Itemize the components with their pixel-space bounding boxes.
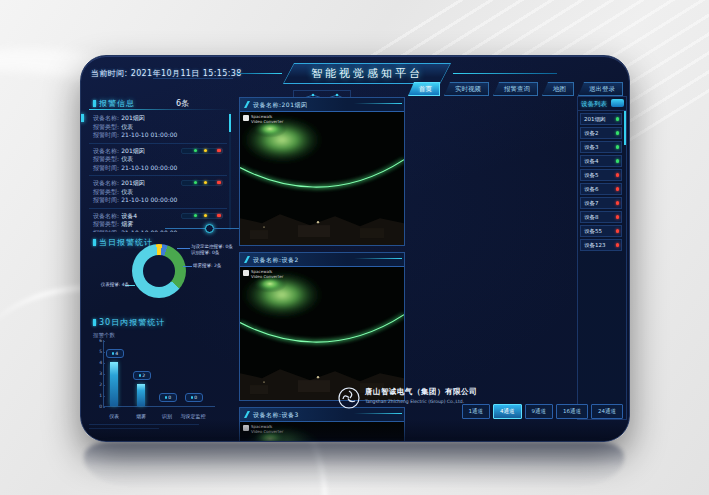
video-watermark: Spacewalk Video Converter	[243, 270, 283, 279]
device-name-label: 设备名称:	[93, 179, 119, 186]
device-name: 设备55	[584, 228, 602, 234]
alarm-time-value: 21-10-10 01:00:00	[121, 131, 177, 138]
video-grid: 设备名称:201烟囱 Spacewalk Video Conve	[239, 97, 571, 397]
donut-label-meter: 仪表报警: 4条	[85, 282, 129, 288]
device-name: 设备4	[584, 158, 599, 164]
device-list-item[interactable]: 设备7	[580, 197, 622, 209]
nav-tab[interactable]: 首页	[408, 82, 440, 96]
status-dot	[616, 131, 620, 135]
bar-value-pill: 0	[159, 393, 177, 402]
channel-layout-buttons: 1通道4通道9通道16通道24通道	[462, 404, 624, 419]
video-device-name: 设备名称:201烟囱	[253, 101, 307, 110]
device-name-value: 201烟囱	[121, 147, 144, 154]
alarm-status-indicator	[181, 213, 223, 219]
device-list-item[interactable]: 设备6	[580, 183, 622, 195]
y-tick: 0	[89, 404, 102, 409]
alarm-count: 6条	[176, 98, 189, 109]
status-dot	[616, 215, 620, 219]
alarm-time-value: 21-10-10 00:00:00	[121, 196, 177, 203]
leader-line	[177, 248, 190, 249]
nav-tab-label: 实时视频	[455, 85, 481, 93]
alarm-list-item[interactable]: 设备名称: 201烟囱 报警类型: 仪表 报警时间: 21-10-10 01:0…	[89, 111, 227, 144]
nav-tab-label: 地图	[553, 85, 566, 93]
device-name: 设备7	[584, 200, 599, 206]
status-dot	[616, 117, 620, 121]
yellow-dot	[204, 149, 207, 152]
red-marker	[217, 149, 221, 152]
nav-tab[interactable]: 报警查询	[493, 82, 538, 96]
nav-tab-label: 报警查询	[504, 85, 530, 93]
device-list-item[interactable]: 设备123	[580, 239, 622, 251]
device-list-item[interactable]: 201烟囱	[580, 113, 622, 125]
channel-button[interactable]: 1通道	[462, 404, 491, 419]
status-dot	[616, 229, 620, 233]
company-name-cn: 唐山智诚电气（集团）有限公司	[365, 387, 477, 397]
today-stats-title: 当日报警统计	[93, 237, 153, 248]
device-name-value: 201烟囱	[121, 114, 144, 121]
device-list-item[interactable]: 设备5	[580, 169, 622, 181]
alarm-list-item[interactable]: 设备名称: 201烟囱 报警类型: 仪表 报警时间: 21-10-10 00:0…	[89, 176, 227, 209]
device-list-item[interactable]: 设备2	[580, 127, 622, 139]
video-feed: Spacewalk Video Converter	[240, 267, 404, 400]
header-line	[236, 73, 282, 74]
channel-button[interactable]: 16通道	[556, 404, 588, 419]
header-line	[453, 73, 557, 74]
alarm-list-scrollbar[interactable]	[229, 112, 231, 230]
night-scene	[240, 267, 404, 400]
video-tile-header: 设备名称:设备2	[240, 253, 404, 267]
video-tile[interactable]: 设备名称:设备2 Spacewalk Video Convert	[239, 252, 405, 401]
bar-value-pill: 0	[185, 393, 203, 402]
green-dot	[194, 214, 197, 217]
device-list-title: 设备列表	[581, 100, 607, 109]
red-marker	[217, 181, 221, 184]
header-line	[153, 78, 233, 79]
monthly-stats-title: 30日内报警统计	[93, 317, 165, 328]
green-dot	[194, 149, 197, 152]
donut-label-smoke: 烟雾报警: 2条	[193, 263, 221, 269]
watermark-line2: Video Converter	[251, 119, 283, 124]
company-name-en: Tangshan Zhicheng Electric (Group) Co.,L…	[365, 399, 464, 404]
alarm-type-value: 仪表	[121, 188, 133, 195]
device-name-label: 设备名称:	[93, 212, 119, 219]
page-title: 智能视觉感知平台	[311, 66, 423, 81]
device-list-scrollbar[interactable]	[624, 111, 626, 145]
divider	[89, 109, 231, 110]
dashboard-panel: 当前时间: 2021年10月11日 15:15:38 智能视觉感知平台 首页实时…	[80, 55, 630, 442]
bar-1	[110, 362, 118, 406]
video-watermark: Spacewalk Video Converter	[243, 115, 283, 124]
y-tick: 4	[89, 360, 102, 365]
device-name-label: 设备名称:	[93, 147, 119, 154]
alarm-list-item[interactable]: 设备名称: 201烟囱 报警类型: 仪表 报警时间: 21-10-10 00:0…	[89, 144, 227, 177]
nav-tab[interactable]: 实时视频	[444, 82, 489, 96]
scrollbar-thumb[interactable]	[229, 114, 231, 132]
alarm-panel-title: 报警信息	[93, 98, 135, 109]
device-list-item[interactable]: 设备55	[580, 225, 622, 237]
nav-tab-label: 退出登录	[589, 85, 615, 93]
device-list-item[interactable]: 设备4	[580, 155, 622, 167]
nav-tab[interactable]: 退出登录	[578, 82, 623, 96]
status-dot	[616, 187, 620, 191]
nav-tabs: 首页实时视频报警查询地图退出登录	[408, 82, 623, 96]
y-tick: 6	[89, 338, 102, 343]
alarm-time-label: 报警时间:	[93, 229, 119, 233]
alarm-type-label: 报警类型:	[93, 123, 119, 130]
bar-value-pill: 2	[133, 371, 151, 380]
device-name: 201烟囱	[584, 116, 606, 122]
alarm-status-indicator	[181, 148, 223, 154]
device-list-toggle-button[interactable]	[611, 99, 624, 107]
device-list-panel: 设备列表 201烟囱设备2设备3设备4设备5设备6设备7设备8设备55设备123	[577, 96, 627, 420]
bar-value-pill: 4	[106, 349, 124, 358]
device-name: 设备6	[584, 186, 599, 192]
channel-button[interactable]: 24通道	[591, 404, 623, 419]
status-dot	[616, 145, 620, 149]
alarm-status-indicator	[181, 180, 223, 186]
yellow-dot	[204, 214, 207, 217]
video-tile-header: 设备名称:201烟囱	[240, 98, 404, 112]
nav-tab[interactable]: 地图	[542, 82, 574, 96]
device-name-value: 201烟囱	[121, 179, 144, 186]
video-tile[interactable]: 设备名称:201烟囱 Spacewalk Video Conve	[239, 97, 405, 246]
device-list-item[interactable]: 设备8	[580, 211, 622, 223]
channel-button[interactable]: 4通道	[493, 404, 522, 419]
channel-button[interactable]: 9通道	[525, 404, 554, 419]
device-list-item[interactable]: 设备3	[580, 141, 622, 153]
